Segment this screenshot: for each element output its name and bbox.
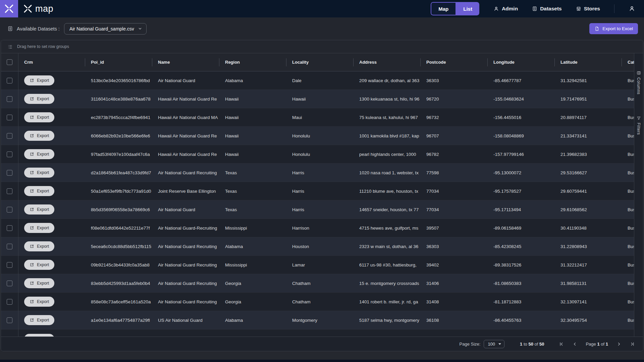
row-export-button[interactable]: Export xyxy=(24,223,54,233)
cell-region: Texas xyxy=(219,189,286,194)
row-export-button[interactable]: Export xyxy=(24,94,54,104)
row-checkbox[interactable] xyxy=(7,207,12,213)
last-page-icon[interactable] xyxy=(630,342,635,347)
row-checkbox[interactable] xyxy=(7,262,12,268)
export-to-excel-button[interactable]: Export to Excel xyxy=(589,23,638,34)
row-export-label: Export xyxy=(37,189,49,193)
row-checkbox[interactable] xyxy=(7,244,12,249)
export-icon xyxy=(30,115,34,120)
cell-longitude: -156.4455016 xyxy=(487,115,554,120)
row-export-button[interactable]: Export xyxy=(24,168,54,178)
cell-poi_id: f08e061dfd06442e52211e77f xyxy=(85,226,152,231)
cell-region: Georgia xyxy=(219,281,286,286)
export-icon xyxy=(30,281,34,286)
select-all-checkbox[interactable] xyxy=(7,59,12,65)
table-row: Export 50a1ef653ef9fb7fdc773a91d0Joint R… xyxy=(1,182,643,200)
cell-postcode: 96720 xyxy=(420,97,487,102)
row-groups-dropzone[interactable]: Drag here to set row groups xyxy=(1,40,643,53)
cell-region: Hawaii xyxy=(219,152,286,157)
row-checkbox[interactable] xyxy=(7,188,12,194)
table-row: Export 858e08c73a6ceff5e161a520aAir Nati… xyxy=(1,293,643,311)
cell-region: Hawaii xyxy=(219,97,286,102)
row-export-button[interactable]: Export xyxy=(24,315,54,325)
row-checkbox[interactable] xyxy=(7,152,12,157)
row-export-button[interactable]: Export xyxy=(24,75,54,85)
cell-locality: Montgomery xyxy=(286,318,353,323)
tab-columns[interactable]: Columns xyxy=(636,71,641,95)
cell-address: pearl highlands center, 1000 xyxy=(353,152,420,157)
dataset-select[interactable]: Air National Guard_sample.csv xyxy=(64,23,147,35)
nav-admin[interactable]: Admin xyxy=(493,6,518,12)
column-header-longitude[interactable]: Longitude xyxy=(487,53,554,71)
prev-page-icon[interactable] xyxy=(572,342,577,347)
row-checkbox[interactable] xyxy=(7,115,12,120)
cell-longitude: -89.06158469 xyxy=(487,226,554,231)
column-header-locality[interactable]: Locality xyxy=(286,53,353,71)
tab-columns-label: Columns xyxy=(636,77,641,95)
column-header-latitude[interactable]: Latitude xyxy=(554,53,622,71)
cell-address: 209 wallace dr, dothan, al 363 xyxy=(353,78,420,83)
nav-datasets[interactable]: Datasets xyxy=(532,6,562,12)
column-header-crm[interactable]: Crm xyxy=(18,53,85,71)
toggle-list-button[interactable]: List xyxy=(456,2,479,15)
row-export-button[interactable]: Export xyxy=(24,278,54,288)
row-export-button[interactable]: Export xyxy=(24,260,54,270)
cell-name: Hawaii Air National Guard Re xyxy=(152,152,219,157)
export-icon xyxy=(30,78,34,83)
row-export-button[interactable]: Export xyxy=(24,297,54,307)
cell-name: Air National Guard Recruiting xyxy=(152,170,219,175)
cell-latitude: 21.39682383 xyxy=(554,152,622,157)
data-grid: Drag here to set row groups CrmPoi_idNam… xyxy=(1,40,643,351)
row-checkbox[interactable] xyxy=(7,170,12,176)
row-export-button[interactable]: Export xyxy=(24,112,54,122)
cell-latitude: 29.53166627 xyxy=(554,170,622,175)
row-export-label: Export xyxy=(37,299,49,304)
brand-x-icon xyxy=(23,4,33,14)
cell-postcode: 36303 xyxy=(420,244,487,249)
column-header-name[interactable]: Name xyxy=(152,53,219,71)
row-checkbox[interactable] xyxy=(7,317,12,323)
row-export-button[interactable]: Export xyxy=(24,241,54,251)
cell-latitude: 31.98581131 xyxy=(554,281,622,286)
cell-poi_id: 09b92145c3b4433fc0a35ab8 xyxy=(85,262,152,267)
page-size-label: Page Size: xyxy=(460,342,481,347)
cell-locality: Honolulu xyxy=(286,152,353,157)
next-page-icon[interactable] xyxy=(616,342,622,347)
table-row: Export 5ecea6c0cdc88d5bb512fb115Air Nati… xyxy=(1,237,643,256)
row-export-button[interactable]: Export xyxy=(24,131,54,141)
row-export-label: Export xyxy=(37,262,49,267)
row-export-button[interactable]: Export xyxy=(24,149,54,159)
row-checkbox[interactable] xyxy=(7,78,12,83)
row-checkbox[interactable] xyxy=(7,281,12,286)
cell-address: 1300 kekuanaoa st, hilo, hi 96 xyxy=(353,97,420,102)
row-checkbox[interactable] xyxy=(7,133,12,139)
column-header-poi_id[interactable]: Poi_id xyxy=(85,53,152,71)
cell-longitude: -89.38317526 xyxy=(487,262,554,267)
table-row: Export 09b92145c3b4433fc0a35ab8Air Natio… xyxy=(1,256,643,274)
row-checkbox[interactable] xyxy=(7,225,12,231)
row-export-label: Export xyxy=(37,78,49,83)
page-size-select[interactable]: 100 xyxy=(484,340,504,348)
row-export-label: Export xyxy=(37,133,49,138)
cell-longitude: -81.08650383 xyxy=(487,281,554,286)
row-export-label: Export xyxy=(37,152,49,157)
row-export-button[interactable]: Export xyxy=(24,186,54,196)
tab-filters[interactable]: Filters xyxy=(636,116,641,135)
column-header-region[interactable]: Region xyxy=(219,53,286,71)
export-icon xyxy=(30,152,34,157)
row-export-label: Export xyxy=(37,115,49,120)
cell-address: 14657 sneider, houston, tx 77 xyxy=(353,207,420,212)
cell-postcode: 96732 xyxy=(420,115,487,120)
first-page-icon[interactable] xyxy=(559,342,564,347)
column-header-address[interactable]: Address xyxy=(353,53,420,71)
row-checkbox[interactable] xyxy=(7,96,12,102)
column-header-postcode[interactable]: Postcode xyxy=(420,53,487,71)
toggle-map-button[interactable]: Map xyxy=(431,2,456,15)
row-export-button[interactable]: Export xyxy=(24,204,54,215)
user-icon[interactable] xyxy=(629,5,635,12)
nav-stores[interactable]: Stores xyxy=(576,6,600,12)
row-checkbox[interactable] xyxy=(7,299,12,305)
table-row: Export 8b5d3569f06558e3a78669c6Air Natio… xyxy=(1,200,643,219)
row-groups-icon xyxy=(8,44,13,49)
cell-region: Texas xyxy=(219,170,286,175)
